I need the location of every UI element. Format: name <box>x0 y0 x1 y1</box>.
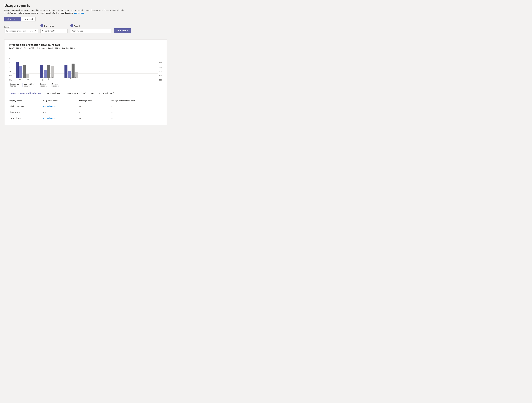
report-card-title: Information protection license report <box>9 44 162 46</box>
run-button-group: Run report <box>114 28 131 33</box>
col-header-display-name[interactable]: Display name ↓ <box>9 99 43 103</box>
col-header-change-notification-sent[interactable]: Change notification sent <box>111 99 162 103</box>
legend-label-4: Utilizedcapacity <box>52 83 59 87</box>
chart-group-1 <box>16 62 29 78</box>
chart-groups <box>13 55 158 78</box>
controls-row: Report Information protection license ▼ … <box>4 24 167 33</box>
col-header-attempt-count[interactable]: Attempt count <box>79 99 111 103</box>
cell-display-name-2: Hilary Reyes <box>9 109 43 115</box>
legend-item-2: Users withoutlicense <box>23 83 35 87</box>
cell-change-notification-2: 10 <box>111 109 162 115</box>
legend-item-3: Seededcapacity <box>39 83 47 87</box>
chart-main: Teams change notification API Teams expo… <box>13 55 158 81</box>
tab-view-reports[interactable]: View reports <box>4 17 21 21</box>
assign-license-link-1[interactable]: Assign license <box>43 105 56 107</box>
assign-license-link-3[interactable]: Assign license <box>43 117 56 119</box>
main-tabs: View reports Download <box>4 17 167 21</box>
table-row: Roy Appleton Assign license 12 10 <box>9 115 162 121</box>
chart-bars-1 <box>16 62 29 78</box>
report-date: Aug 7, 2021 11:59 am (PT) | Date range: … <box>9 47 162 49</box>
tab-download[interactable]: Download <box>21 17 36 21</box>
chart-y-axis-right: 500 400 300 200 100 0 <box>158 58 162 81</box>
data-tab-export-chat[interactable]: Teams export APIs (chat) <box>62 91 88 96</box>
data-tabs: Teams change notification API Teams patc… <box>9 91 162 96</box>
info-icon: i <box>79 25 81 27</box>
data-tab-change-notification[interactable]: Teams change notification API <box>9 91 43 96</box>
data-tab-patch[interactable]: Teams patch API <box>43 91 62 96</box>
cell-required-license-3: Assign license <box>43 115 79 121</box>
cell-display-name-1: Babak Shammas <box>9 103 43 109</box>
apps-label: Apps <box>74 25 78 27</box>
cell-attempt-count-1: 12 <box>79 103 111 109</box>
page-title: Usage reports <box>4 4 167 8</box>
data-tab-export-teams[interactable]: Teams export APIs (teams) <box>88 91 116 96</box>
learn-more-link[interactable]: Learn more <box>74 12 84 14</box>
sort-icon-display-name: ↓ <box>23 100 25 102</box>
cell-change-notification-1: 10 <box>111 103 162 109</box>
data-table: Display name ↓ Required license Attempt … <box>9 99 162 121</box>
chart-x-labels: Teams change notification API Teams expo… <box>13 76 158 81</box>
run-report-button[interactable]: Run report <box>114 28 131 33</box>
cell-attempt-count-3: 12 <box>79 115 111 121</box>
controls-panel: Report Information protection license ▼ … <box>4 21 167 36</box>
chart-legend: Users withlicense Users withoutlicense S… <box>9 83 162 87</box>
legend-label-2: Users withoutlicense <box>24 83 35 87</box>
cell-required-license-2: Yes <box>43 109 79 115</box>
cell-display-name-3: Roy Appleton <box>9 115 43 121</box>
chart-label-2: Teams export API (chat + teams) <box>41 77 54 81</box>
cell-required-license-1: Assign license <box>43 103 79 109</box>
chart-label-3: Teams patch API <box>65 77 77 79</box>
legend-swatch-2 <box>23 83 23 87</box>
table-row: Hilary Reyes Yes 13 10 <box>9 109 162 115</box>
report-label: Report <box>4 26 38 28</box>
page-subtitle: Usage reports will help you create diffe… <box>4 9 127 14</box>
col-header-required-license[interactable]: Required license <box>43 99 79 103</box>
report-select-wrapper: Information protection license ▼ <box>4 29 38 33</box>
legend-swatch-3 <box>39 83 39 87</box>
bar-1-1 <box>16 62 19 78</box>
bar-3-3 <box>71 64 75 78</box>
chart-container: 30k 24k 18k 12k 6k 0 <box>9 52 162 81</box>
legend-label-1: Users withlicense <box>10 83 19 87</box>
step1-badge: 1 <box>40 24 44 27</box>
apps-control-group: 2 Apps i <box>70 24 111 33</box>
chart-label-1: Teams change notification API <box>16 77 31 81</box>
date-range-input[interactable] <box>40 29 68 33</box>
step2-badge: 2 <box>70 24 73 27</box>
table-header-row: Display name ↓ Required license Attempt … <box>9 99 162 103</box>
legend-label-3: Seededcapacity <box>40 83 47 87</box>
chart-y-axis-left: 30k 24k 18k 12k 6k 0 <box>9 58 13 81</box>
legend-swatch-1 <box>9 83 9 87</box>
chart-group-3 <box>64 64 78 78</box>
legend-item-1: Users withlicense <box>9 83 19 87</box>
legend-swatch-4 <box>51 83 51 87</box>
date-range-control-group: 1 Date range <box>40 24 68 33</box>
legend-item-4: Utilizedcapacity <box>51 83 59 87</box>
table-row: Babak Shammas Assign license 12 10 <box>9 103 162 109</box>
report-select[interactable]: Information protection license <box>4 29 38 33</box>
date-range-label: Date range <box>44 25 54 27</box>
apps-input[interactable] <box>70 29 111 33</box>
cell-change-notification-3: 10 <box>111 115 162 121</box>
cell-attempt-count-2: 13 <box>79 109 111 115</box>
report-control-group: Report Information protection license ▼ <box>4 26 38 33</box>
report-card: Information protection license report Au… <box>4 39 167 125</box>
chart-bars-3 <box>64 64 78 78</box>
